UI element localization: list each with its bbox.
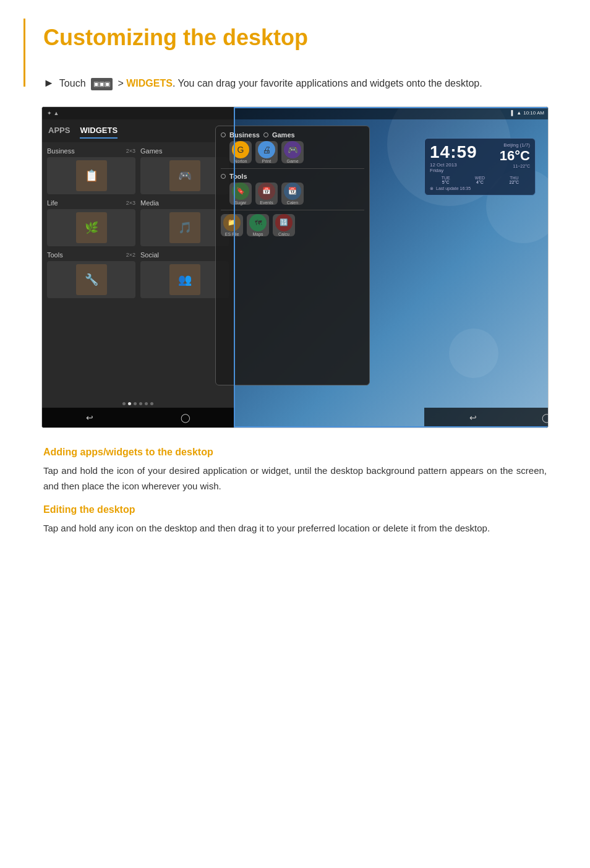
category-business: Business 2×3 📋 bbox=[47, 147, 135, 194]
weather-time: 14:59 bbox=[430, 142, 477, 162]
es-file-icon: 📁 ES File bbox=[221, 214, 243, 236]
app-drawer: ✦ ▲ APPS WIDGETS Business 2×3 📋 bbox=[42, 107, 234, 428]
forecast-tue-name: TUE bbox=[430, 176, 461, 180]
status-icons: ✦ ▲ bbox=[47, 110, 59, 116]
overlay-business-header: Business Games bbox=[221, 131, 364, 139]
sugar-label: Sugar bbox=[235, 200, 247, 205]
media-widget-inner: 🎵 bbox=[169, 212, 200, 243]
content-sections: Adding apps/widgets to the desktop Tap a… bbox=[37, 447, 553, 536]
dot-4 bbox=[139, 402, 142, 405]
instruction-block: ► Touch ▣▣▣ > WIDGETS. You can drag your… bbox=[37, 75, 553, 92]
back-btn-desktop[interactable]: ↩ bbox=[469, 413, 477, 423]
section-body-adding: Tap and hold the icon of your desired ap… bbox=[43, 463, 547, 494]
desktop-page-dots bbox=[424, 402, 548, 405]
life-widget[interactable]: 🌿 bbox=[47, 209, 135, 246]
desktop-status-bar: ▌ ▲ 10:10 AM bbox=[233, 107, 548, 119]
es-icons-row: 📁 ES File 🗺 Maps 🔢 Calcu bbox=[221, 214, 364, 236]
category-life-header: Life 2×3 bbox=[47, 199, 135, 207]
calou-circle: 🔢 bbox=[275, 214, 293, 231]
home-btn-drawer[interactable]: ◯ bbox=[181, 413, 190, 423]
overlay-games-title: Games bbox=[272, 131, 295, 139]
dot-1 bbox=[122, 402, 126, 405]
weather-update: ⊗ Last update 16:35 bbox=[430, 186, 530, 191]
overlay-section-business: Business Games G Norton 🖨 Print 🎮 bbox=[221, 131, 364, 163]
category-tools: Tools 2×2 🔧 bbox=[47, 251, 135, 298]
screenshot-container: ✦ ▲ APPS WIDGETS Business 2×3 📋 bbox=[41, 106, 549, 428]
category-social-name: Social bbox=[140, 251, 159, 259]
tab-widgets[interactable]: WIDGETS bbox=[80, 123, 118, 139]
games-widget-inner: 🎮 bbox=[169, 160, 200, 191]
page-container: Customizing the desktop ► Touch ▣▣▣ > WI… bbox=[0, 0, 590, 868]
overlay-section-tools: Tools 🔖 Sugar 📅 Events 📆 Calen bbox=[221, 173, 364, 205]
category-life: Life 2×3 🌿 bbox=[47, 199, 135, 246]
status-signal: ▲ bbox=[516, 110, 521, 116]
dot-3 bbox=[134, 402, 137, 405]
widgets-keyword: WIDGETS bbox=[126, 78, 173, 88]
instruction-prefix: Touch bbox=[59, 78, 86, 88]
deco-circle-3 bbox=[449, 329, 498, 378]
norton-icon: G Norton bbox=[229, 141, 252, 163]
category-media-name: Media bbox=[140, 199, 159, 207]
instruction-text: Touch ▣▣▣ > WIDGETS. You can drag your f… bbox=[59, 75, 482, 92]
category-tools-header: Tools 2×2 bbox=[47, 251, 135, 259]
forecast-wed: WED 4°C bbox=[464, 176, 495, 184]
tools-widget[interactable]: 🔧 bbox=[47, 261, 135, 298]
dot-6 bbox=[150, 402, 153, 405]
business-widget[interactable]: 📋 bbox=[47, 157, 135, 194]
overlay-tools-title: Tools bbox=[229, 173, 247, 180]
weather-range: 11~22°C bbox=[500, 164, 530, 168]
dot-5 bbox=[145, 402, 148, 405]
home-btn-desktop[interactable]: ◯ bbox=[542, 413, 549, 423]
drawer-nav: ↩ ◯ bbox=[42, 408, 234, 428]
category-business-size: 2×3 bbox=[126, 148, 135, 154]
overlay-divider-1 bbox=[221, 168, 364, 169]
page-title: Customizing the desktop bbox=[37, 25, 553, 51]
desktop-nav: ↩ ◯ ▯ ⋮ bbox=[424, 408, 548, 428]
norton-label: Norton bbox=[234, 159, 247, 163]
weather-day: Friday bbox=[430, 168, 477, 173]
game-label: Game bbox=[286, 159, 298, 163]
status-battery: ▌ bbox=[511, 110, 515, 116]
section-dot-games bbox=[263, 132, 268, 137]
print-label: Print bbox=[262, 159, 271, 163]
back-btn-drawer[interactable]: ↩ bbox=[86, 413, 93, 423]
forecast-wed-name: WED bbox=[464, 176, 495, 180]
maps-icon: 🗺 Maps bbox=[247, 214, 269, 236]
events-icon: 📅 Events bbox=[255, 183, 278, 205]
es-file-circle: 📁 bbox=[223, 214, 241, 231]
maps-circle: 🗺 bbox=[249, 214, 267, 231]
overlay-business-title: Business bbox=[229, 131, 260, 139]
social-widget-inner: 👥 bbox=[169, 264, 200, 295]
section-heading-editing: Editing the desktop bbox=[43, 504, 547, 515]
category-tools-name: Tools bbox=[47, 251, 63, 259]
calou-label: Calcu bbox=[278, 232, 289, 236]
status-time: 10:10 AM bbox=[523, 110, 544, 116]
section-heading-adding: Adding apps/widgets to the desktop bbox=[43, 447, 547, 458]
business-widget-inner: 📋 bbox=[76, 160, 107, 191]
category-life-name: Life bbox=[47, 199, 58, 207]
overlay-panel: Business Games G Norton 🖨 Print 🎮 bbox=[215, 126, 370, 385]
forecast-thu-temp: 22°C bbox=[498, 180, 530, 184]
print-icon-circle: 🖨 bbox=[258, 141, 275, 158]
tools-widget-inner: 🔧 bbox=[76, 264, 107, 295]
drawer-tabs: APPS WIDGETS bbox=[42, 119, 234, 142]
tab-apps[interactable]: APPS bbox=[48, 123, 70, 139]
calou-icon: 🔢 Calcu bbox=[273, 214, 295, 236]
drawer-row-3: Tools 2×2 🔧 Social 👥 bbox=[47, 251, 229, 298]
grid-icon: ▣▣▣ bbox=[91, 78, 113, 90]
section-dot-business bbox=[221, 132, 226, 137]
game-icon: 🎮 Game bbox=[281, 141, 304, 163]
sugar-icon-circle: 🔖 bbox=[232, 183, 249, 200]
sugar-icon: 🔖 Sugar bbox=[229, 183, 252, 205]
last-update-text: Last update 16:35 bbox=[436, 186, 471, 191]
events-icon-circle: 📅 bbox=[258, 183, 275, 200]
category-life-size: 2×3 bbox=[126, 200, 135, 206]
weather-city: Beijing (1/7) bbox=[500, 142, 530, 148]
es-file-label: ES File bbox=[225, 232, 239, 236]
tools-icons-row: 🔖 Sugar 📅 Events 📆 Calen bbox=[221, 183, 364, 205]
category-business-header: Business 2×3 bbox=[47, 147, 135, 155]
drawer-page-dots bbox=[42, 402, 234, 405]
category-tools-size: 2×2 bbox=[126, 252, 135, 258]
norton-icon-circle: G bbox=[232, 141, 249, 158]
arrow-icon: ► bbox=[43, 77, 54, 90]
